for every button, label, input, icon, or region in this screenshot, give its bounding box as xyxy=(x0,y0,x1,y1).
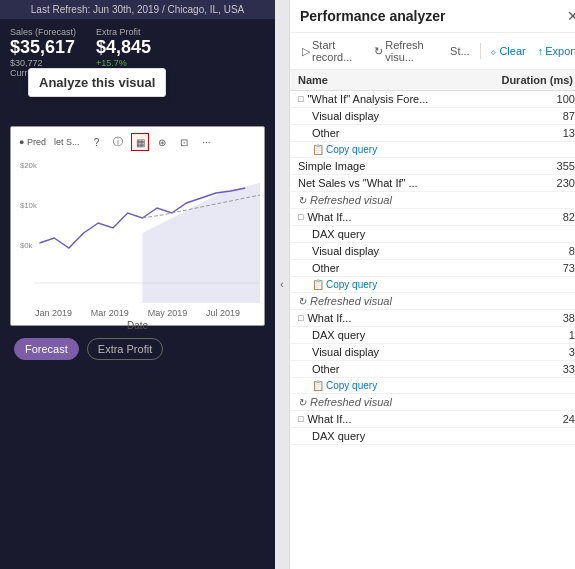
chart-icon-focus[interactable]: ⊡ xyxy=(175,133,193,151)
chart-x-label: Jan 2019 Mar 2019 May 2019 Jul 2019 Date xyxy=(15,308,260,331)
row-duration: 84 xyxy=(531,245,575,257)
play-icon: ▷ xyxy=(302,45,310,58)
start-label: St... xyxy=(450,45,470,57)
row-duration: 247 xyxy=(531,413,575,425)
svg-text:$20k: $20k xyxy=(20,161,37,170)
expand-icon[interactable]: □ xyxy=(298,94,303,104)
row-name: Visual display xyxy=(312,245,531,257)
row-duration: 3553 xyxy=(531,160,575,172)
metric-profit-label: Extra Profit xyxy=(96,27,154,37)
table-row: □ "What If" Analysis Fore... 1009 xyxy=(290,91,575,108)
copy-label: Copy query xyxy=(326,279,377,290)
row-name: Visual display xyxy=(312,110,531,122)
metric-sales-sub-value: $30,772 xyxy=(10,58,43,68)
refresh-label: Refresh visu... xyxy=(385,39,438,63)
record-button[interactable]: ▷ Start record... xyxy=(298,37,366,65)
toolbar-separator-1 xyxy=(480,43,481,59)
col-duration-header: Duration (ms) ↓ xyxy=(501,74,575,86)
row-name: DAX query xyxy=(312,430,531,442)
row-name: DAX query xyxy=(312,228,531,240)
row-name: Other xyxy=(312,363,531,375)
table-row: DAX query 8 xyxy=(290,226,575,243)
row-name: □ "What If" Analysis Fore... xyxy=(298,93,531,105)
row-duration: - xyxy=(531,194,575,206)
clear-label: Clear xyxy=(499,45,525,57)
table-row: ↻ Refreshed visual - xyxy=(290,394,575,411)
left-panel: Last Refresh: Jun 30th, 2019 / Chicago, … xyxy=(0,0,275,569)
copy-query-button[interactable]: 📋 Copy query xyxy=(312,144,377,155)
table-row: □ What If... 828 xyxy=(290,209,575,226)
chart-icon-table[interactable]: ▦ xyxy=(131,133,149,151)
chart-date-3: May 2019 xyxy=(148,308,188,318)
chart-icon-question[interactable]: ? xyxy=(87,133,105,151)
table-header: Name Duration (ms) ↓ xyxy=(290,70,575,91)
chart-svg: $20k $10k $0k xyxy=(15,153,260,303)
row-name-text: What If... xyxy=(307,211,351,223)
tooltip-text: Analyze this visual xyxy=(39,75,155,90)
record-label: Start record... xyxy=(312,39,362,63)
table-row: □ What If... 380 xyxy=(290,310,575,327)
top-bar: Last Refresh: Jun 30th, 2019 / Chicago, … xyxy=(0,0,275,19)
panel-header: Performance analyzer ✕ xyxy=(290,0,575,33)
table-row: Visual display 84 xyxy=(290,243,575,260)
col-name-header: Name xyxy=(298,74,328,86)
row-duration: 828 xyxy=(531,211,575,223)
table-row: Other 139 xyxy=(290,125,575,142)
start-button[interactable]: St... xyxy=(446,43,474,59)
clear-button[interactable]: ⬦ Clear xyxy=(486,43,529,59)
row-name: ↻ Refreshed visual xyxy=(298,396,531,408)
chart-icon-filter[interactable]: ⊛ xyxy=(153,133,171,151)
table-row: 📋 Copy query xyxy=(290,378,575,394)
svg-text:$0k: $0k xyxy=(20,241,33,250)
chart-toolbar: ● Pred let S... ? ⓘ ▦ ⊛ ⊡ ··· xyxy=(15,131,260,153)
row-name: Other xyxy=(312,127,531,139)
row-name: DAX query xyxy=(312,329,531,341)
chart-pred-label: ● Pred xyxy=(19,137,46,147)
row-duration: - xyxy=(531,295,575,307)
table-row: 📋 Copy query xyxy=(290,142,575,158)
close-button[interactable]: ✕ xyxy=(567,8,575,24)
panel-title: Performance analyzer xyxy=(300,8,446,24)
row-name-text: What If... xyxy=(307,413,351,425)
chart-container: ● Pred let S... ? ⓘ ▦ ⊛ ⊡ ··· $20k $10k … xyxy=(10,126,265,326)
chart-date-2: Mar 2019 xyxy=(91,308,129,318)
row-duration: 870 xyxy=(531,110,575,122)
expand-icon[interactable]: □ xyxy=(298,414,303,424)
export-button[interactable]: ↑ Export xyxy=(534,43,575,59)
chart-icon-info[interactable]: ⓘ xyxy=(109,133,127,151)
table-row: ↻ Refreshed visual - xyxy=(290,293,575,310)
row-duration: 139 xyxy=(531,127,575,139)
row-name: ↻ Refreshed visual xyxy=(298,194,531,206)
table-row: Other 736 xyxy=(290,260,575,277)
copy-query-button[interactable]: 📋 Copy query xyxy=(312,279,377,290)
clear-icon: ⬦ xyxy=(490,45,497,57)
row-name: Net Sales vs "What If" ... xyxy=(298,177,531,189)
filter-forecast[interactable]: Forecast xyxy=(14,338,79,360)
row-name-text: "What If" Analysis Fore... xyxy=(307,93,428,105)
row-duration: 1009 xyxy=(531,93,575,105)
col-duration-label: Duration (ms) xyxy=(501,74,573,86)
row-duration: 380 xyxy=(531,312,575,324)
table-row: DAX query 10 xyxy=(290,327,575,344)
expand-icon[interactable]: □ xyxy=(298,212,303,222)
table-row: □ What If... 247 xyxy=(290,411,575,428)
perf-table: □ "What If" Analysis Fore... 1009 Visual… xyxy=(290,91,575,569)
copy-icon: 📋 xyxy=(312,144,324,155)
chart-icon-more[interactable]: ··· xyxy=(197,133,215,151)
panel-collapse-btn[interactable]: ‹ xyxy=(275,0,289,569)
metric-sales-label: Sales (Forecast) xyxy=(10,27,76,37)
refresh-icon: ↻ xyxy=(374,45,383,58)
table-row: Other 332 xyxy=(290,361,575,378)
metric-profit-change: +15.7% xyxy=(96,58,154,68)
table-row: ↻ Refreshed visual - xyxy=(290,192,575,209)
row-name-text: What If... xyxy=(307,312,351,324)
copy-icon: 📋 xyxy=(312,279,324,290)
expand-icon[interactable]: □ xyxy=(298,313,303,323)
refresh-button[interactable]: ↻ Refresh visu... xyxy=(370,37,442,65)
chart-date-4: Jul 2019 xyxy=(206,308,240,318)
copy-query-button[interactable]: 📋 Copy query xyxy=(312,380,377,391)
filter-extra-profit[interactable]: Extra Profit xyxy=(87,338,163,360)
analyze-tooltip: Analyze this visual xyxy=(28,68,166,97)
table-row: Net Sales vs "What If" ... 2305 xyxy=(290,175,575,192)
refresh-small-icon: ↻ xyxy=(298,296,306,307)
